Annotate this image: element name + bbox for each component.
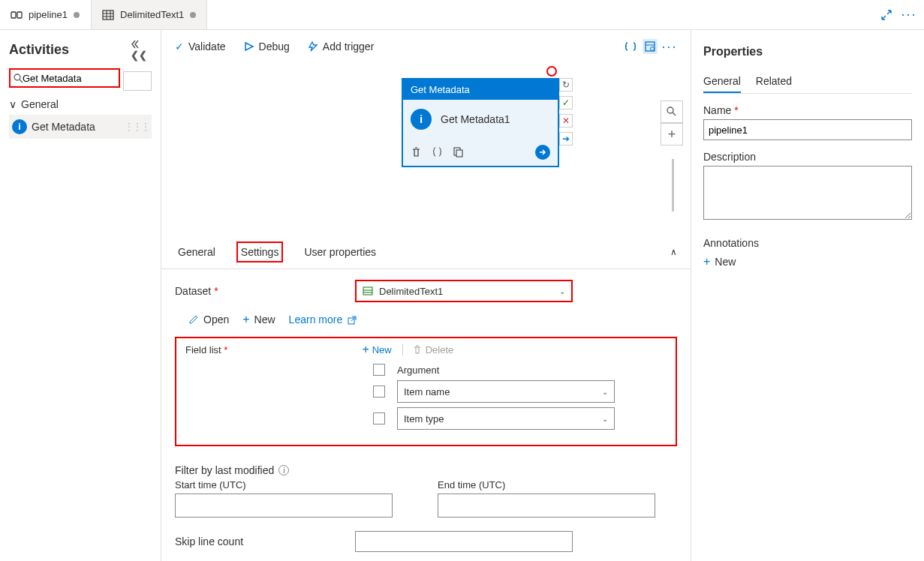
annotations-label: Annotations [703, 237, 912, 249]
description-textarea[interactable] [703, 166, 912, 220]
arrow-right-icon[interactable] [535, 145, 550, 160]
status-skip-icon[interactable]: ➔ [559, 132, 573, 146]
dataset-dropdown[interactable]: DelimitedText1 ⌄ [355, 280, 573, 302]
plus-icon: + [362, 343, 369, 356]
field-list-section: Field list * + New Delete Argument [175, 337, 677, 446]
code-view-button[interactable] [623, 39, 638, 54]
svg-rect-1 [17, 12, 22, 18]
argument-header-label: Argument [397, 364, 439, 376]
unsaved-dot-icon [74, 12, 80, 18]
braces-icon[interactable] [432, 146, 444, 158]
drag-handle-icon[interactable]: ⋮⋮⋮ [124, 121, 149, 133]
svg-point-11 [651, 47, 655, 51]
prop-tab-related[interactable]: Related [756, 70, 792, 93]
required-icon: * [734, 104, 738, 116]
debug-label: Debug [259, 40, 290, 52]
activity-search-box[interactable] [9, 68, 120, 88]
delete-icon[interactable] [411, 146, 423, 158]
activities-sidebar: Activities ❮❮ ∨ General i Get Metadata ⋮… [0, 30, 161, 561]
plus-icon: + [242, 313, 249, 326]
skip-line-input[interactable] [355, 531, 573, 552]
general-group-toggle[interactable]: ∨ General [9, 94, 152, 115]
annotations-new-label: New [715, 256, 736, 268]
name-input[interactable] [703, 119, 912, 140]
new-dataset-button[interactable]: + New [242, 313, 275, 326]
unsaved-dot-icon [190, 12, 196, 18]
field-value-label: Item name [404, 386, 450, 398]
search-count-box [123, 71, 152, 91]
subtab-settings[interactable]: Settings [236, 242, 284, 262]
canvas-add-button[interactable]: + [661, 123, 683, 146]
trigger-icon [308, 41, 318, 52]
start-time-label: Start time (UTC) [175, 479, 393, 490]
status-retry-icon[interactable]: ↻ [559, 78, 573, 92]
end-time-input[interactable] [438, 494, 655, 518]
activity-status-icons: ↻ ✓ ✕ ➔ [559, 78, 573, 146]
copy-icon[interactable] [453, 146, 465, 158]
field-row-checkbox[interactable] [373, 386, 385, 398]
general-group-label: General [21, 98, 59, 110]
collapse-sidebar-icon[interactable]: ❮❮ [131, 39, 152, 61]
properties-title: Properties [703, 45, 912, 58]
learn-more-label: Learn more [289, 314, 343, 326]
collapse-icon[interactable] [879, 8, 894, 22]
dataset-icon [102, 9, 114, 21]
skip-line-label: Skip line count [175, 536, 355, 548]
required-icon: * [224, 344, 227, 356]
more-icon[interactable]: ··· [901, 8, 916, 22]
field-dropdown-item-name[interactable]: Item name ⌄ [397, 380, 615, 403]
tab-pipeline1[interactable]: pipeline1 [0, 0, 91, 29]
validation-error-icon [546, 66, 557, 76]
trash-icon [412, 344, 423, 355]
field-dropdown-item-type[interactable]: Item type ⌄ [397, 407, 615, 430]
collapse-panel-button[interactable]: ∧ [670, 247, 677, 257]
open-label: Open [203, 314, 229, 326]
field-row-checkbox[interactable] [373, 412, 385, 424]
check-icon: ✓ [175, 40, 184, 52]
activity-get-metadata[interactable]: Get Metadata i Get Metadata1 [402, 78, 559, 167]
svg-point-14 [667, 107, 673, 113]
chevron-down-icon: ⌄ [602, 388, 608, 396]
more-actions-button[interactable]: ··· [662, 39, 677, 54]
add-trigger-button[interactable]: Add trigger [308, 40, 374, 52]
canvas-divider [672, 159, 674, 212]
tab-delimitedtext1[interactable]: DelimitedText1 [91, 0, 207, 29]
dataset-label: Dataset [175, 285, 211, 297]
subtab-general[interactable]: General [175, 243, 218, 261]
external-link-icon [347, 315, 357, 325]
validate-button[interactable]: ✓ Validate [175, 40, 226, 52]
info-icon: i [12, 119, 27, 134]
activity-name-label: Get Metadata1 [441, 113, 510, 125]
svg-rect-9 [646, 42, 655, 51]
play-icon [244, 41, 254, 52]
fl-delete-label: Delete [426, 344, 454, 356]
subtab-user-properties[interactable]: User properties [301, 243, 379, 261]
field-list-new-button[interactable]: + New [362, 343, 391, 356]
activity-item-get-metadata[interactable]: i Get Metadata ⋮⋮⋮ [9, 115, 152, 139]
svg-point-7 [14, 74, 20, 80]
debug-button[interactable]: Debug [244, 40, 290, 52]
field-list-delete-button: Delete [402, 344, 454, 356]
field-value-label: Item type [404, 413, 444, 424]
end-time-label: End time (UTC) [438, 479, 655, 490]
pipeline-canvas[interactable]: Get Metadata i Get Metadata1 [161, 63, 691, 236]
svg-rect-0 [11, 12, 16, 18]
tab-pipeline1-label: pipeline1 [29, 9, 68, 20]
plus-icon: + [703, 255, 710, 268]
learn-more-link[interactable]: Learn more [289, 314, 357, 326]
start-time-input[interactable] [175, 494, 393, 518]
prop-tab-general[interactable]: General [703, 70, 741, 93]
open-dataset-button[interactable]: Open [188, 314, 229, 326]
svg-rect-16 [363, 287, 372, 295]
status-fail-icon[interactable]: ✕ [559, 114, 573, 128]
svg-rect-13 [456, 150, 462, 157]
info-tooltip-icon[interactable]: i [278, 465, 289, 476]
canvas-search-button[interactable] [661, 100, 683, 123]
required-icon: * [214, 285, 218, 297]
status-success-icon[interactable]: ✓ [559, 96, 573, 110]
dataset-icon [363, 286, 373, 296]
properties-toggle-button[interactable] [643, 39, 658, 54]
annotations-new-button[interactable]: + New [703, 255, 912, 268]
activity-search-input[interactable] [23, 73, 116, 84]
argument-header-checkbox[interactable] [373, 364, 385, 376]
